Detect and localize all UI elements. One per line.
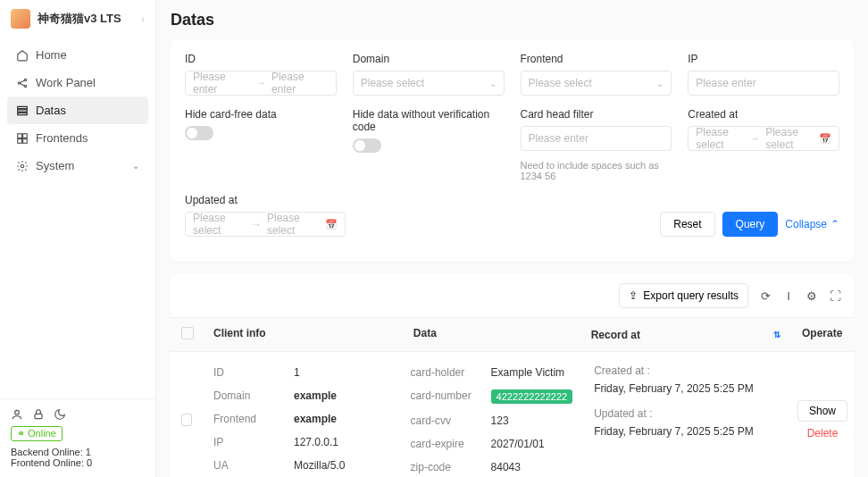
sidebar-item-system[interactable]: System ⌄ — [7, 152, 148, 180]
svg-rect-5 — [18, 113, 28, 114]
svg-rect-3 — [18, 106, 28, 108]
card-head-label: Card head filter — [521, 108, 672, 121]
svg-rect-4 — [18, 109, 28, 111]
col-client: Client info — [203, 318, 403, 351]
sidebar-item-home[interactable]: Home — [7, 41, 148, 69]
card-head-input[interactable]: Please enter — [521, 126, 672, 151]
sidebar-item-label: Datas — [36, 104, 66, 117]
reload-icon[interactable]: ⟳ — [759, 289, 772, 302]
sidebar-item-label: Home — [36, 48, 67, 62]
updated-at-label: Updated at — [185, 194, 346, 206]
query-button[interactable]: Query — [722, 212, 779, 237]
delete-link[interactable]: Delete — [807, 427, 839, 439]
col-operate: Operate — [791, 318, 854, 351]
sidebar-collapse-icon[interactable]: ‹ — [141, 13, 145, 24]
chevron-down-icon: ⌄ — [132, 161, 139, 171]
ip-input[interactable]: Please enter — [688, 71, 839, 96]
svg-point-0 — [18, 81, 20, 83]
svg-rect-8 — [18, 138, 22, 143]
sort-icon: ⇅ — [773, 330, 780, 339]
card-number-badge: 4222222222222 — [491, 389, 573, 404]
domain-select[interactable]: Please select⌄ — [353, 71, 505, 96]
density-icon[interactable]: I — [782, 289, 795, 302]
select-all-checkbox[interactable] — [181, 327, 194, 339]
row-checkbox[interactable] — [181, 414, 192, 426]
created-at-range[interactable]: Please select→Please select 📅 — [688, 126, 839, 151]
id-label: ID — [185, 53, 337, 65]
reset-button[interactable]: Reset — [660, 212, 714, 237]
domain-label: Domain — [353, 53, 505, 65]
svg-point-11 — [15, 410, 20, 414]
home-icon — [16, 49, 29, 62]
hide-no-verif-toggle[interactable] — [353, 138, 381, 153]
page-title: Datas — [171, 11, 854, 29]
app-logo — [11, 9, 30, 29]
online-badge: ⚭ Online — [11, 426, 63, 441]
lock-icon[interactable] — [32, 408, 45, 421]
grid-icon — [16, 132, 29, 145]
svg-rect-9 — [23, 138, 28, 143]
updated-at-range[interactable]: Please select→Please select 📅 — [185, 212, 346, 237]
app-title: 神奇猫猫v3 LTS — [38, 11, 121, 27]
sidebar-item-datas[interactable]: Datas — [7, 96, 148, 124]
chevron-down-icon: ⌄ — [489, 79, 497, 88]
share-icon — [16, 77, 29, 89]
link-icon: ⚭ — [17, 428, 25, 439]
user-icon[interactable] — [11, 408, 23, 421]
hide-no-verif-label: Hide data without verification code — [353, 108, 505, 133]
sidebar-item-frontends[interactable]: Frontends — [7, 124, 148, 152]
ip-label: IP — [688, 53, 839, 65]
svg-rect-6 — [18, 133, 22, 138]
gear-icon — [16, 160, 29, 172]
sidebar-item-label: System — [36, 159, 74, 172]
svg-point-10 — [21, 164, 24, 168]
settings-icon[interactable]: ⚙ — [805, 289, 818, 302]
sidebar-item-label: Work Panel — [36, 76, 96, 89]
show-button[interactable]: Show — [797, 400, 847, 422]
svg-point-2 — [24, 85, 26, 87]
export-button[interactable]: ⇪ Export query results — [619, 283, 748, 308]
frontend-select[interactable]: Please select⌄ — [521, 71, 672, 96]
hide-card-free-label: Hide card-free data — [185, 108, 337, 121]
svg-point-1 — [24, 79, 26, 80]
col-record[interactable]: Record at ⇅ — [580, 318, 791, 351]
created-at-label: Created at — [688, 108, 839, 121]
chevron-down-icon: ⌄ — [656, 79, 664, 88]
id-range-input[interactable]: Please enter→Please enter — [185, 71, 337, 96]
chevron-up-icon: ⌃ — [830, 218, 839, 230]
list-icon — [16, 105, 29, 117]
fullscreen-icon[interactable]: ⛶ — [829, 289, 841, 302]
sidebar-item-label: Frontends — [36, 131, 88, 145]
svg-rect-12 — [35, 414, 42, 418]
card-head-help: Need to include spaces such as 1234 56 — [521, 160, 672, 181]
backend-status: Backend Online: 1 — [11, 447, 145, 457]
moon-icon[interactable] — [54, 408, 66, 421]
export-icon: ⇪ — [629, 289, 638, 302]
collapse-link[interactable]: Collapse ⌃ — [785, 218, 839, 230]
col-data: Data — [403, 318, 580, 351]
table-row: ID1 Domainexample Frontendexample IP127.… — [171, 352, 854, 477]
calendar-icon: 📅 — [819, 133, 831, 145]
hide-card-free-toggle[interactable] — [185, 126, 213, 140]
calendar-icon: 📅 — [325, 219, 338, 230]
sidebar-item-work-panel[interactable]: Work Panel — [7, 69, 148, 96]
svg-rect-7 — [23, 133, 28, 138]
frontend-status: Frontend Online: 0 — [11, 457, 145, 468]
frontend-label: Frontend — [521, 53, 672, 65]
